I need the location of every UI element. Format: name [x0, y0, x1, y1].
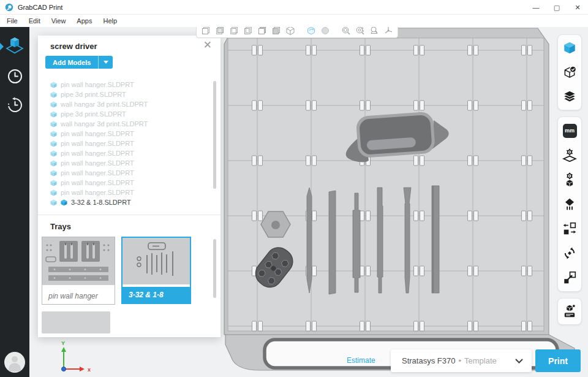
- model-list-item[interactable]: 3-32 & 1-8.SLDPRT: [38, 197, 216, 207]
- supports-icon[interactable]: [562, 196, 578, 212]
- tray-card-partial[interactable]: [42, 311, 110, 333]
- model-file-name: pin wall hanger.SLDPRT: [61, 189, 134, 196]
- chevron-down-icon: [104, 61, 108, 64]
- model-cube-icon: [50, 150, 57, 157]
- panel-close-icon[interactable]: ✕: [203, 39, 212, 51]
- add-models-dropdown[interactable]: [98, 56, 113, 69]
- chevron-down-icon: [515, 359, 523, 364]
- model-cube-icon: [50, 111, 57, 118]
- model-list-item[interactable]: pin wall hanger.SLDPRT: [38, 80, 216, 89]
- print-button[interactable]: Print: [535, 349, 581, 372]
- model-list-item[interactable]: pipe 3d print.SLDPRT: [38, 109, 216, 119]
- close-button[interactable]: ✕: [567, 0, 588, 15]
- grabcad-print-window: Y x GrabCAD Print — ▢ ✕ File Edit View A…: [0, 0, 588, 377]
- model-list-item[interactable]: pipe 3d print.SLDPRT: [38, 89, 216, 99]
- menu-edit[interactable]: Edit: [23, 15, 46, 27]
- model-cube-icon: [50, 170, 57, 177]
- model-file-name: pin wall hanger.SLDPRT: [61, 140, 134, 147]
- tray-surface: [228, 38, 544, 331]
- model-cube-icon: [50, 160, 57, 167]
- move-icon[interactable]: [562, 221, 578, 237]
- units-mm-icon[interactable]: mm: [562, 123, 578, 139]
- print-tray-icon[interactable]: [0, 33, 29, 58]
- tray-card-label: 3-32 & 1-8: [123, 287, 190, 303]
- model-cube-icon: [50, 131, 57, 137]
- model-file-name: wall hangar 3d print.SLDPRT: [61, 120, 148, 128]
- menu-view[interactable]: View: [46, 15, 72, 27]
- model-cube-icon: [50, 199, 57, 206]
- model-file-name: pin wall hanger.SLDPRT: [61, 150, 134, 157]
- model-cube-icon: [50, 140, 57, 147]
- model-settings-icon[interactable]: [562, 172, 578, 188]
- printer-separator: •: [458, 356, 461, 365]
- tray-card-pin-wall-hanger[interactable]: pin wall hanger: [42, 237, 115, 305]
- model-cube-icon: [61, 199, 67, 206]
- model-list-item[interactable]: pin wall hanger.SLDPRT: [38, 168, 216, 178]
- axes-indicator: Y x: [61, 340, 91, 373]
- model-panel: screw driver ✕ Add Models: [38, 36, 221, 337]
- model-file-name: pin wall hanger.SLDPRT: [61, 130, 134, 137]
- tray-output-icon[interactable]: [562, 303, 578, 319]
- model-cube-icon: [50, 180, 57, 186]
- tray-settings-icon[interactable]: [562, 147, 578, 163]
- model-list-item[interactable]: pin wall hanger.SLDPRT: [38, 188, 216, 197]
- model-list: pin wall hanger.SLDPRT: [38, 80, 216, 207]
- slice-layers-icon[interactable]: [562, 89, 578, 105]
- scale-icon[interactable]: [562, 270, 578, 286]
- model-list-item[interactable]: wall hangar 3d print.SLDPRT: [38, 99, 216, 109]
- estimate-link[interactable]: Estimate: [347, 356, 375, 365]
- model-file-name: pin wall hanger.SLDPRT: [61, 179, 134, 186]
- axis-x-label: x: [88, 367, 91, 373]
- trays-scrollbar[interactable]: [213, 239, 216, 298]
- model-list-item[interactable]: pin wall hanger.SLDPRT: [38, 158, 216, 168]
- model-list-item[interactable]: pin wall hanger.SLDPRT: [38, 148, 216, 158]
- model-list-item[interactable]: pin wall hanger.SLDPRT: [38, 129, 216, 139]
- model-file-name: pipe 3d print.SLDPRT: [61, 110, 126, 118]
- model-file-name: pin wall hanger.SLDPRT: [61, 169, 134, 177]
- menu-help[interactable]: Help: [97, 15, 123, 27]
- printer-select[interactable]: Stratasys F370 • Template: [391, 349, 532, 372]
- tray-thumbnail: [42, 237, 115, 285]
- tray-thumbnail: [123, 238, 190, 284]
- add-models-label[interactable]: Add Models: [45, 56, 98, 69]
- axis-y-label: Y: [61, 340, 65, 346]
- left-rail: [0, 27, 29, 377]
- model-file-name: pin wall hanger.SLDPRT: [61, 81, 134, 88]
- schedule-clock-icon[interactable]: [0, 64, 29, 88]
- panel-title: screw driver: [50, 42, 97, 51]
- model-cube-icon: [50, 189, 57, 196]
- printer-name: Stratasys F370: [402, 356, 455, 365]
- model-cube-icon: [50, 121, 57, 128]
- user-avatar[interactable]: [4, 352, 25, 373]
- menubar: File Edit View Apps Help: [0, 15, 588, 27]
- trays-heading: Trays: [50, 222, 71, 231]
- model-list-item[interactable]: pin wall hanger.SLDPRT: [38, 178, 216, 188]
- menu-file[interactable]: File: [1, 15, 23, 27]
- model-cube-icon: [50, 101, 57, 108]
- grabcad-logo-icon: [5, 3, 13, 12]
- models-cube-icon[interactable]: [562, 40, 578, 56]
- tray-card-3-32-and-1-8[interactable]: 3-32 & 1-8: [121, 237, 191, 304]
- model-file-name: pin wall hanger.SLDPRT: [61, 159, 134, 167]
- window-title: GrabCAD Print: [18, 4, 62, 11]
- history-icon[interactable]: [0, 93, 29, 117]
- rotate-icon[interactable]: [562, 245, 578, 261]
- maximize-button[interactable]: ▢: [546, 0, 567, 15]
- model-cube-icon: [50, 82, 57, 88]
- printer-mode: Template: [464, 356, 497, 365]
- model-file-name: wall hangar 3d print.SLDPRT: [61, 101, 148, 108]
- tray-card-label: pin wall hanger: [42, 288, 115, 304]
- titlebar: GrabCAD Print — ▢ ✕: [0, 0, 588, 15]
- model-file-name: 3-32 & 1-8.SLDPRT: [71, 199, 131, 206]
- model-file-name: pipe 3d print.SLDPRT: [61, 91, 126, 98]
- add-models-button[interactable]: Add Models: [45, 56, 113, 69]
- file-list-scrollbar[interactable]: [213, 81, 216, 189]
- menu-apps[interactable]: Apps: [71, 15, 97, 27]
- model-list-item[interactable]: wall hangar 3d print.SLDPRT: [38, 119, 216, 129]
- validate-cube-check-icon[interactable]: [562, 64, 578, 80]
- model-list-item[interactable]: pin wall hanger.SLDPRT: [38, 139, 216, 148]
- minimize-button[interactable]: —: [526, 0, 546, 15]
- divider: [38, 215, 221, 215]
- model-cube-icon: [50, 91, 57, 98]
